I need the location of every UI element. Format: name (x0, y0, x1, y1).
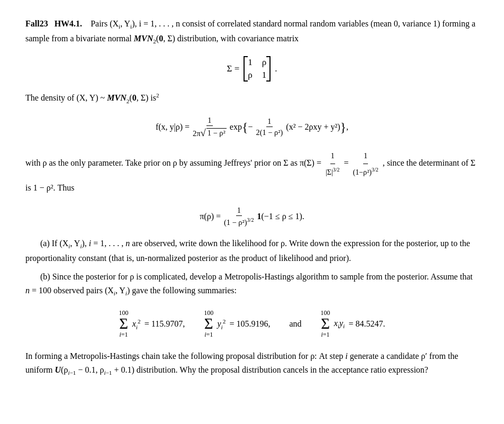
inner-frac-num: 1 (266, 117, 272, 127)
sigma-yi2: 100 Σ i=1 (204, 309, 213, 339)
sigma-xiyi: 100 Σ i=1 (321, 309, 330, 339)
pi-indicator: 1(−1 ≤ ρ ≤ 1). (255, 212, 304, 221)
pi-frac-num: 1 (236, 206, 242, 216)
sigma-xi2: 100 Σ i=1 (119, 309, 129, 339)
xiyi-expr: xiyi (332, 319, 345, 329)
header-text: Pairs (Xi, Yi), i = 1, . . . , n consist… (25, 19, 475, 43)
yi2-value: = 105.9196, (228, 319, 270, 329)
yi2-expr: yi2 (215, 318, 226, 330)
sum-yi2: 100 Σ i=1 yi2 = 105.9196, (204, 309, 270, 339)
sigma-symbol-1: Σ (119, 317, 128, 331)
jeffreys-frac1: 1 |Σ|3/2 (325, 148, 340, 179)
jf2-den: (1−ρ²)3/2 (352, 164, 379, 179)
sigma-equation: Σ = 1 ρ ρ 1 . (227, 56, 277, 82)
m22: 1 (262, 70, 267, 80)
sqrt-expr: √1 − ρ² (201, 127, 227, 139)
hw-label: HW4.1. (55, 19, 82, 28)
sum-lower-1: i=1 (119, 331, 128, 339)
sum-xi2: 100 Σ i=1 xi2 = 115.9707, (119, 309, 185, 339)
jf1-den: |Σ|3/2 (325, 164, 340, 179)
density-frac-den: 2π√1 − ρ² (192, 126, 228, 139)
density-intro-paragraph: The density of (X, Y) ~ MVN2(0, Σ) is2 (25, 91, 479, 106)
covariance-matrix: 1 ρ ρ 1 (244, 56, 271, 82)
sum-lower-2: i=1 (204, 331, 213, 339)
summaries-block: 100 Σ i=1 xi2 = 115.9707, 100 Σ i=1 yi2 … (25, 309, 479, 339)
jf1-num: 1 (330, 148, 335, 164)
density-comma: , (346, 122, 348, 132)
sigma-period: . (275, 64, 277, 74)
density-exp: exp (228, 122, 242, 132)
sum-xiyi: 100 Σ i=1 xiyi = 84.5247. (321, 309, 385, 339)
m12: ρ (262, 57, 266, 68)
jf2-num: 1 (363, 148, 368, 164)
xi2-value: = 115.9707, (143, 319, 185, 329)
inner-frac-den: 2(1 − ρ²) (255, 127, 284, 137)
and-label: and (289, 319, 301, 329)
density-frac-num: 1 (206, 116, 212, 126)
pi-lhs: π(ρ) = (200, 212, 223, 221)
m21: ρ (248, 70, 252, 80)
density-lhs: f(x, y|ρ) = (156, 122, 192, 132)
left-brace: { (242, 120, 248, 134)
pi-frac: 1 (1 − ρ²)3/2 (223, 206, 255, 227)
density-inner-frac: 1 2(1 − ρ²) (255, 117, 284, 137)
matrix-row-1: 1 ρ (248, 57, 266, 68)
minus: − (248, 122, 255, 132)
density-outer-frac: 1 2π√1 − ρ² (192, 116, 228, 139)
sigma-symbol-2: Σ (204, 317, 213, 331)
xiyi-value: = 84.5247. (347, 319, 385, 329)
page: Fall23 HW4.1. Pairs (Xi, Yi), i = 1, . .… (25, 17, 479, 378)
sum-lower-3: i=1 (321, 331, 330, 339)
prior-paragraph: with ρ as the only parameter. Take prior… (25, 148, 479, 196)
pi-equation-block: π(ρ) = 1 (1 − ρ²)3/2 1(−1 ≤ ρ ≤ 1). (25, 206, 479, 227)
sigma-lhs: Σ = (227, 64, 240, 74)
matrix-row-2: ρ 1 (248, 70, 266, 80)
header-paragraph: Fall23 HW4.1. Pairs (Xi, Yi), i = 1, . .… (25, 17, 479, 47)
mh-paragraph: In forming a Metropolis-Hastings chain t… (25, 349, 479, 378)
density-inner-rest: (x² − 2ρxy + y²) (284, 122, 340, 132)
course-label: Fall23 (25, 19, 48, 28)
density-equation-block: f(x, y|ρ) = 1 2π√1 − ρ² exp { − 1 2(1 − … (25, 116, 479, 139)
right-brace: } (340, 120, 347, 134)
pi-frac-den: (1 − ρ²)3/2 (223, 216, 255, 227)
part-a-paragraph: (a) If (Xi, Yi), i = 1, . . . , n are ob… (25, 237, 479, 265)
sigma-symbol-3: Σ (321, 317, 330, 331)
part-b-paragraph: (b) Since the posterior for ρ is complic… (25, 270, 479, 299)
xi2-expr: xi2 (131, 318, 141, 330)
m11: 1 (248, 57, 253, 68)
sigma-matrix-block: Σ = 1 ρ ρ 1 . (25, 56, 479, 82)
jeffreys-frac2: 1 (1−ρ²)3/2 (352, 148, 379, 179)
